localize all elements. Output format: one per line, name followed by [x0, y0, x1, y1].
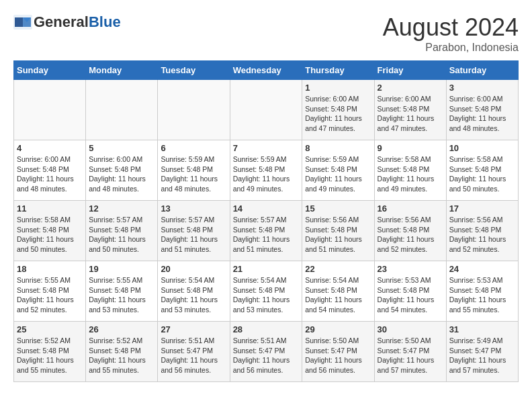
calendar-cell: 30Sunrise: 5:50 AMSunset: 5:47 PMDayligh… — [374, 322, 446, 382]
day-info: Sunrise: 6:00 AMSunset: 5:48 PMDaylight:… — [17, 154, 83, 194]
day-info: Sunrise: 5:52 AMSunset: 5:48 PMDaylight:… — [89, 336, 154, 375]
day-number: 3 — [449, 83, 515, 93]
calendar-cell: 14Sunrise: 5:57 AMSunset: 5:48 PMDayligh… — [230, 201, 302, 261]
month-title: August 2024 — [383, 13, 519, 42]
day-number: 18 — [17, 264, 83, 274]
day-number: 31 — [449, 324, 515, 334]
calendar-cell: 12Sunrise: 5:57 AMSunset: 5:48 PMDayligh… — [86, 201, 158, 261]
weekday-header-wednesday: Wednesday — [230, 61, 302, 80]
day-info: Sunrise: 5:57 AMSunset: 5:48 PMDaylight:… — [89, 215, 154, 255]
day-info: Sunrise: 5:53 AMSunset: 5:48 PMDaylight:… — [449, 275, 515, 315]
calendar-cell: 27Sunrise: 5:51 AMSunset: 5:47 PMDayligh… — [158, 322, 230, 382]
weekday-header-monday: Monday — [86, 61, 158, 80]
day-number: 23 — [378, 264, 443, 274]
logo: GeneralBlue — [13, 13, 121, 31]
day-info: Sunrise: 5:53 AMSunset: 5:48 PMDaylight:… — [378, 275, 443, 315]
title-block: August 2024 Parabon, Indonesia — [383, 13, 519, 54]
day-number: 30 — [378, 324, 443, 334]
day-number: 10 — [449, 143, 515, 153]
day-number: 9 — [378, 143, 443, 153]
day-number: 1 — [305, 83, 371, 93]
calendar-cell: 4Sunrise: 6:00 AMSunset: 5:48 PMDaylight… — [14, 140, 86, 201]
day-number: 29 — [305, 324, 371, 334]
day-info: Sunrise: 6:00 AMSunset: 5:48 PMDaylight:… — [378, 94, 443, 134]
logo-blue-text: Blue — [89, 13, 121, 31]
logo-icon — [13, 15, 32, 30]
calendar-cell: 28Sunrise: 5:51 AMSunset: 5:47 PMDayligh… — [230, 322, 302, 382]
calendar-cell: 13Sunrise: 5:57 AMSunset: 5:48 PMDayligh… — [158, 201, 230, 261]
calendar-cell: 16Sunrise: 5:56 AMSunset: 5:48 PMDayligh… — [374, 201, 446, 261]
calendar-cell: 22Sunrise: 5:54 AMSunset: 5:48 PMDayligh… — [302, 261, 374, 322]
calendar-cell: 5Sunrise: 6:00 AMSunset: 5:48 PMDaylight… — [86, 140, 158, 201]
day-number: 25 — [17, 324, 83, 334]
day-number: 19 — [89, 264, 154, 274]
day-info: Sunrise: 5:51 AMSunset: 5:47 PMDaylight:… — [233, 336, 300, 375]
week-row-2: 4Sunrise: 6:00 AMSunset: 5:48 PMDaylight… — [14, 140, 519, 201]
day-number: 6 — [161, 143, 226, 153]
calendar-cell: 8Sunrise: 5:59 AMSunset: 5:48 PMDaylight… — [302, 140, 374, 201]
calendar-cell: 25Sunrise: 5:52 AMSunset: 5:48 PMDayligh… — [14, 322, 86, 382]
calendar-table: SundayMondayTuesdayWednesdayThursdayFrid… — [13, 60, 519, 382]
day-number: 28 — [233, 324, 300, 334]
day-number: 8 — [305, 143, 371, 153]
day-number: 26 — [89, 324, 154, 334]
day-info: Sunrise: 5:50 AMSunset: 5:47 PMDaylight:… — [378, 336, 443, 375]
calendar-cell — [14, 80, 86, 140]
day-number: 13 — [161, 203, 226, 214]
calendar-cell: 6Sunrise: 5:59 AMSunset: 5:48 PMDaylight… — [158, 140, 230, 201]
day-info: Sunrise: 5:58 AMSunset: 5:48 PMDaylight:… — [449, 154, 515, 194]
calendar-cell: 24Sunrise: 5:53 AMSunset: 5:48 PMDayligh… — [446, 261, 518, 322]
page-header: GeneralBlue August 2024 Parabon, Indones… — [13, 13, 519, 54]
calendar-cell: 9Sunrise: 5:58 AMSunset: 5:48 PMDaylight… — [374, 140, 446, 201]
day-number: 21 — [233, 264, 300, 274]
calendar-cell: 31Sunrise: 5:49 AMSunset: 5:47 PMDayligh… — [446, 322, 518, 382]
day-number: 12 — [89, 203, 154, 214]
day-info: Sunrise: 5:49 AMSunset: 5:47 PMDaylight:… — [449, 336, 515, 375]
calendar-cell: 23Sunrise: 5:53 AMSunset: 5:48 PMDayligh… — [374, 261, 446, 322]
calendar-cell: 18Sunrise: 5:55 AMSunset: 5:48 PMDayligh… — [14, 261, 86, 322]
weekday-header-tuesday: Tuesday — [158, 61, 230, 80]
day-info: Sunrise: 5:57 AMSunset: 5:48 PMDaylight:… — [161, 215, 226, 255]
week-row-1: 1Sunrise: 6:00 AMSunset: 5:48 PMDaylight… — [14, 80, 519, 140]
day-number: 20 — [161, 264, 226, 274]
day-info: Sunrise: 5:59 AMSunset: 5:48 PMDaylight:… — [161, 154, 226, 194]
day-info: Sunrise: 5:56 AMSunset: 5:48 PMDaylight:… — [449, 215, 515, 255]
day-info: Sunrise: 5:56 AMSunset: 5:48 PMDaylight:… — [305, 215, 371, 255]
calendar-cell — [230, 80, 302, 140]
day-info: Sunrise: 5:50 AMSunset: 5:47 PMDaylight:… — [305, 336, 371, 375]
day-info: Sunrise: 5:57 AMSunset: 5:48 PMDaylight:… — [233, 215, 300, 255]
day-info: Sunrise: 5:51 AMSunset: 5:47 PMDaylight:… — [161, 336, 226, 375]
day-number: 2 — [378, 83, 443, 93]
weekday-header-sunday: Sunday — [14, 61, 86, 80]
day-number: 4 — [17, 143, 83, 153]
day-info: Sunrise: 5:55 AMSunset: 5:48 PMDaylight:… — [17, 275, 83, 315]
day-info: Sunrise: 5:58 AMSunset: 5:48 PMDaylight:… — [17, 215, 83, 255]
day-number: 27 — [161, 324, 226, 334]
calendar-cell: 11Sunrise: 5:58 AMSunset: 5:48 PMDayligh… — [14, 201, 86, 261]
day-info: Sunrise: 6:00 AMSunset: 5:48 PMDaylight:… — [305, 94, 371, 134]
day-info: Sunrise: 6:00 AMSunset: 5:48 PMDaylight:… — [89, 154, 154, 194]
day-info: Sunrise: 5:59 AMSunset: 5:48 PMDaylight:… — [305, 154, 371, 194]
calendar-cell: 29Sunrise: 5:50 AMSunset: 5:47 PMDayligh… — [302, 322, 374, 382]
calendar-cell: 20Sunrise: 5:54 AMSunset: 5:48 PMDayligh… — [158, 261, 230, 322]
weekday-header-thursday: Thursday — [302, 61, 374, 80]
calendar-cell: 17Sunrise: 5:56 AMSunset: 5:48 PMDayligh… — [446, 201, 518, 261]
day-number: 17 — [449, 203, 515, 214]
calendar-cell: 3Sunrise: 6:00 AMSunset: 5:48 PMDaylight… — [446, 80, 518, 140]
day-info: Sunrise: 5:54 AMSunset: 5:48 PMDaylight:… — [305, 275, 371, 315]
day-number: 11 — [17, 203, 83, 214]
day-info: Sunrise: 5:54 AMSunset: 5:48 PMDaylight:… — [161, 275, 226, 315]
svg-marker-2 — [15, 17, 23, 27]
week-row-3: 11Sunrise: 5:58 AMSunset: 5:48 PMDayligh… — [14, 201, 519, 261]
calendar-cell — [86, 80, 158, 140]
day-number: 7 — [233, 143, 300, 153]
calendar-cell: 21Sunrise: 5:54 AMSunset: 5:48 PMDayligh… — [230, 261, 302, 322]
day-info: Sunrise: 5:52 AMSunset: 5:48 PMDaylight:… — [17, 336, 83, 375]
calendar-cell: 15Sunrise: 5:56 AMSunset: 5:48 PMDayligh… — [302, 201, 374, 261]
weekday-header-row: SundayMondayTuesdayWednesdayThursdayFrid… — [14, 61, 519, 80]
day-info: Sunrise: 5:59 AMSunset: 5:48 PMDaylight:… — [233, 154, 300, 194]
day-number: 5 — [89, 143, 154, 153]
day-info: Sunrise: 5:56 AMSunset: 5:48 PMDaylight:… — [378, 215, 443, 255]
week-row-4: 18Sunrise: 5:55 AMSunset: 5:48 PMDayligh… — [14, 261, 519, 322]
calendar-cell: 19Sunrise: 5:55 AMSunset: 5:48 PMDayligh… — [86, 261, 158, 322]
